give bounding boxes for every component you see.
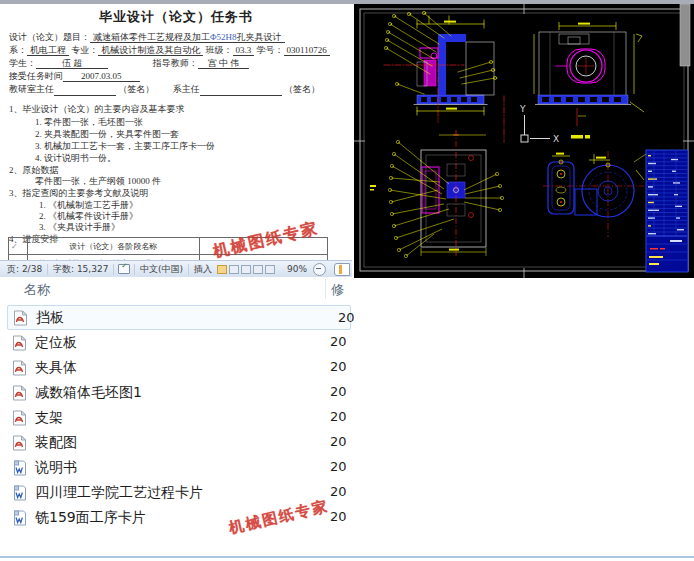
insert-mode-indicator[interactable]: 插入 [189,263,217,276]
doc-line-accept: 接受任务时间2007.03.05 [9,70,348,83]
file-name: 四川理工学院工艺过程卡片 [35,484,203,502]
statusbar-separator [113,264,114,275]
dwg-file-icon [12,385,27,401]
doc-line-sign: 教研室主任 （签名） 系主任 （签名） [9,83,348,96]
table-stage-header: 设计（论文）各阶段名称 [27,238,199,255]
file-name: 夹具体 [35,359,77,377]
file-modified-date: 20 [330,359,346,374]
file-row[interactable]: 定位板 20 [0,330,352,355]
file-name: 支架 [35,409,63,427]
doc-title: 毕业设计（论文）任务书 [0,8,352,26]
file-modified-date: 20 [330,459,346,474]
table-check-cell: ✓ [9,238,28,255]
file-modified-date: 20 [330,434,346,449]
word-count[interactable]: 字数: 15,327 [48,263,113,276]
axis-x-label: X [553,134,559,144]
dwg-file-icon [12,335,27,351]
cad-vertical-scrollbar[interactable] [680,4,690,66]
word-status-bar: 页: 2/38 字数: 15,327 中文(中国) 插入 90% [0,260,352,277]
modified-column-header[interactable]: 修 [331,281,344,299]
file-name: 铣159面工序卡片 [35,509,146,527]
zoom-level[interactable]: 90% [287,264,307,274]
file-name: 减数箱体毛坯图1 [35,384,142,402]
file-modified-date: 20 [330,509,346,524]
view-switcher [217,265,275,274]
word-file-icon [12,510,27,526]
word-file-icon [12,460,27,476]
print-layout-view-button[interactable] [217,265,227,274]
cad-text-label [571,135,583,139]
zoom-slider-thumb[interactable] [339,265,342,274]
doc-section1-title: 1、毕业设计（论文）的主要内容及基本要求 [9,103,348,116]
file-modified-date: 20 [330,409,346,424]
name-column-header[interactable]: 名称 [24,281,50,299]
file-name: 说明书 [35,459,77,477]
draft-view-button[interactable] [265,265,275,274]
doc-line-student: 学生：伍 超 指导教师：宫 中 伟 [9,57,348,70]
file-rows: 挡板 20 定位板 20 夹具体 20 减数箱体毛坯图1 20 支架 2 [0,305,352,530]
word-file-icon [12,485,27,501]
file-row[interactable]: 装配图 20 [0,430,352,455]
file-row[interactable]: 四川理工学院工艺过程卡片 20 [0,480,352,505]
proofing-status-icon[interactable] [118,264,130,274]
file-modified-date: 20 [330,484,346,499]
file-name: 定位板 [35,334,77,352]
zoom-slider[interactable] [334,263,350,276]
fullscreen-view-button[interactable] [229,265,239,274]
file-modified-date: 20 [338,310,354,325]
column-divider[interactable] [325,279,326,299]
outline-view-button[interactable] [253,265,263,274]
doc-line-dept: 系：机电工程 专业：机械设计制造及其自动化 班级：03.3 学号：0301107… [9,44,348,57]
screenshot-root: 毕业设计（论文）任务书 设计（论文）题目：减速箱体零件工艺规程及加工Φ52H8孔… [0,0,694,561]
web-layout-view-button[interactable] [241,265,251,274]
page-indicator[interactable]: 页: 2/38 [2,263,47,276]
dwg-file-icon [12,360,27,376]
file-row[interactable]: 减数箱体毛坯图1 20 [0,380,352,405]
dwg-file-icon [12,410,27,426]
file-row[interactable]: 支架 20 [0,405,352,430]
list-header: 名称 修 [0,279,352,301]
file-name: 装配图 [35,434,77,452]
topic-code: Φ52H8 [210,32,237,42]
cad-drawing-viewport[interactable]: Y X [354,4,694,278]
cad-text-label [585,135,590,139]
language-indicator[interactable]: 中文(中国) [135,263,188,276]
file-row[interactable]: 挡板 20 [7,305,351,330]
doc-line-topic: 设计（论文）题目：减速箱体零件工艺规程及加工Φ52H8孔夹具设计 [9,31,348,44]
dwg-file-icon [12,435,27,451]
dwg-file-icon [13,310,28,326]
file-modified-date: 20 [330,384,346,399]
file-row[interactable]: 夹具体 20 [0,355,352,380]
axis-y-label: Y [519,104,526,114]
file-modified-date: 20 [330,334,346,349]
window-bottom-border [0,556,694,558]
zoom-out-button[interactable] [313,263,326,276]
file-name: 挡板 [36,309,64,327]
file-row[interactable]: 说明书 20 [0,455,352,480]
